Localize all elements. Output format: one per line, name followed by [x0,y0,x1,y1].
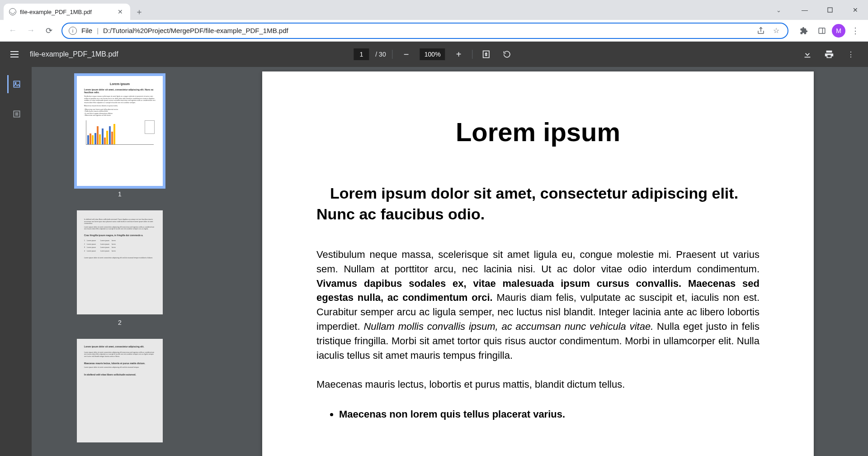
pdf-viewer-body: Lorem ipsum Lorem ipsum dolor sit amet, … [0,67,868,456]
globe-icon [9,8,16,15]
thumb-paragraph: Vestibulum neque massa scelerisque sit a… [84,95,156,104]
browser-toolbar: ← → ⟳ i File | D:/Tutorial%20Project/Mer… [0,20,868,42]
forward-button[interactable]: → [23,23,39,39]
address-bar[interactable]: i File | D:/Tutorial%20Project/MergePDF/… [61,23,788,39]
thumbnail-panel[interactable]: Lorem ipsum Lorem ipsum dolor sit amet, … [32,67,208,456]
thumb-paragraph: Lorem ipsum dolor sit amet consectetur a… [84,352,156,358]
thumb-heading: Lorem ipsum dolor sit amet, consectetur … [84,345,156,348]
browser-tab-active[interactable]: file-example_PDF_1MB.pdf ✕ [4,4,130,20]
thumb-paragraph: Maecenas mauris lectus lobortis et purus… [84,105,156,107]
thumbnail-page-1[interactable]: Lorem ipsum Lorem ipsum dolor sit amet, … [77,76,163,186]
back-button[interactable]: ← [5,23,21,39]
thumb-paragraph: In eleifend velit vitae libero sollicitu… [84,218,156,225]
paragraph-1: Vestibulum neque massa, scelerisque sit … [316,247,760,363]
download-icon[interactable] [800,47,815,62]
thumbnail-label: 2 [118,319,122,326]
pdf-sidebar-rail [0,67,32,456]
close-window-button[interactable]: ✕ [843,2,868,18]
pdf-more-menu-icon[interactable]: ⋮ [844,47,858,62]
thumbnails-tab-icon[interactable] [7,75,25,93]
rotate-icon[interactable] [500,47,514,62]
pdf-toolbar: file-example_PDF_1MB.pdf / 30 − + ⋮ [0,42,868,67]
pdf-page-area[interactable]: Lorem ipsum Lorem ipsum dolor sit amet, … [208,67,868,456]
thumb-table: 1 Lorem ipsum Lorem ipsum lorem2 Lorem i… [84,239,156,253]
page-title: Lorem ipsum [316,117,760,147]
pdf-page-1: Lorem ipsum Lorem ipsum dolor sit amet, … [262,71,814,456]
browser-right-icons: M ⋮ [793,23,863,39]
browser-tab-strip: file-example_PDF_1MB.pdf ✕ ＋ ⌄ — ✕ [0,0,868,20]
thumb-list: • Maecenas non lorem quis tellus placera… [84,109,156,117]
pdf-toolbar-right: ⋮ [800,47,863,62]
window-controls: ⌄ — ✕ [770,0,868,20]
zoom-out-button[interactable]: − [399,47,414,62]
print-icon[interactable] [822,47,836,62]
pdf-filename: file-example_PDF_1MB.pdf [30,50,118,58]
chrome-menu-icon[interactable]: ⋮ [847,23,863,39]
url-separator: | [97,27,99,34]
svg-point-5 [15,82,16,84]
thumb-heading: Maecenas mauris lectus, lobortis et puru… [84,362,156,365]
extensions-icon[interactable] [796,23,812,39]
svg-rect-0 [828,8,832,12]
thumb-paragraph: Lorem ipsum dolor sit amet consectetur a… [84,226,156,230]
thumbnail-page-3[interactable]: Lorem ipsum dolor sit amet, consectetur … [77,339,163,442]
paragraph-2: Maecenas mauris lectus, lobortis et puru… [316,377,760,392]
thumb-heading: Cras fringilla ipsum magna, in fringilla… [84,234,156,237]
bullet-list: Maecenas non lorem quis tellus placerat … [339,406,760,422]
page-count-label: / 30 [375,51,386,58]
tab-search-icon[interactable]: ⌄ [770,3,788,17]
new-tab-button[interactable]: ＋ [133,5,146,18]
outline-tab-icon[interactable] [7,105,25,123]
zoom-level-input[interactable] [420,48,445,60]
share-icon[interactable] [755,27,767,35]
profile-avatar[interactable]: M [832,24,845,38]
thumb-paragraph: Lorem ipsum dolor sit amet consectetur a… [84,257,156,259]
fit-to-page-icon[interactable] [479,47,494,62]
hamburger-menu-icon[interactable] [5,45,24,63]
zoom-in-button[interactable]: + [452,47,466,62]
thumb-title: Lorem ipsum [80,82,159,86]
separator [392,50,393,59]
pdf-toolbar-center: / 30 − + [354,47,514,62]
thumb-heading: In eleifend velit vitae libero sollicitu… [84,373,156,376]
maximize-button[interactable] [817,2,843,18]
thumb-chart-legend [145,120,155,134]
bookmark-star-icon[interactable]: ☆ [771,26,781,35]
reload-button[interactable]: ⟳ [41,23,57,39]
thumbnail-label: 1 [118,190,122,198]
separator [472,50,473,59]
sidepanel-icon[interactable] [814,23,830,39]
thumb-chart [86,120,154,145]
bullet-item: Maecenas non lorem quis tellus placerat … [339,406,760,422]
close-tab-icon[interactable]: ✕ [116,7,125,16]
minimize-button[interactable]: — [792,2,817,18]
thumb-subtitle: Lorem ipsum dolor sit amet, consectetur … [84,88,156,94]
site-info-icon[interactable]: i [69,27,77,35]
url-path: D:/Tutorial%20Project/MergePDF/file-exam… [103,27,750,34]
thumb-paragraph: Lorem ipsum dolor sit amet consectetur a… [84,366,156,369]
svg-rect-4 [14,81,19,87]
page-subtitle: Lorem ipsum dolor sit amet, consectetur … [316,183,760,225]
maximize-icon [827,7,833,13]
tab-title: file-example_PDF_1MB.pdf [20,9,112,15]
thumbnail-page-2[interactable]: In eleifend velit vitae libero sollicitu… [77,210,163,314]
page-number-input[interactable] [354,48,369,60]
svg-rect-1 [819,28,825,33]
url-scheme: File [81,27,92,34]
